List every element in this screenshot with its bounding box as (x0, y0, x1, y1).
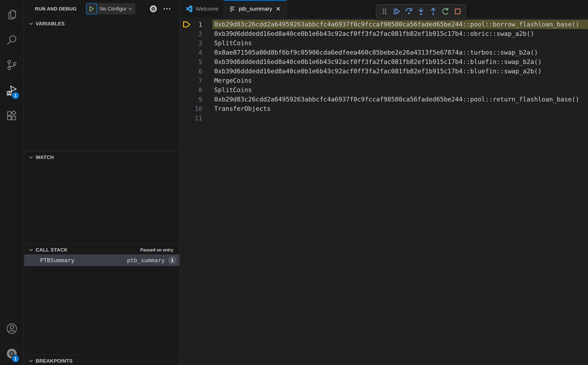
play-icon (89, 6, 94, 12)
code-line-text[interactable]: SplitCoins (212, 38, 588, 48)
breakpoints-section-label: BREAKPOINTS (36, 358, 73, 364)
step-into-icon (417, 7, 425, 16)
step-out-button[interactable] (428, 6, 439, 17)
close-icon (276, 7, 280, 11)
configuration-label: No Configur (100, 6, 127, 12)
account-icon (6, 323, 17, 335)
editor-area: Welcome ptb_summary (180, 0, 588, 365)
line-number: 11 (193, 114, 202, 122)
ellipsis-icon (163, 5, 171, 13)
code-line[interactable]: 10TransferObjects (180, 104, 588, 113)
code-line[interactable]: 10xb29d83c26cdd2a64959263abbcfc4a6937f0c… (180, 20, 588, 29)
code-line-text[interactable] (212, 113, 588, 123)
debug-count-badge: 1 (11, 91, 20, 100)
launch-control: No Configur (86, 3, 135, 14)
line-number: 5 (193, 58, 202, 66)
restart-button[interactable] (440, 6, 451, 17)
toolbar-drag-handle[interactable] (379, 6, 390, 17)
code-line[interactable]: 50xb39d6dddedd16ed8a40ce0b1e6b43c92acf0f… (180, 57, 588, 67)
sidebar-item-search[interactable] (0, 32, 23, 49)
breakpoints-section-header[interactable]: BREAKPOINTS (24, 355, 179, 365)
variables-section-label: VARIABLES (36, 21, 65, 27)
tab-label: ptb_summary (239, 6, 272, 12)
code-line[interactable]: 20xb39d6dddedd16ed8a40ce0b1e6b43c92acf0f… (180, 29, 588, 38)
code-line-text[interactable]: TransferObjects (212, 104, 588, 113)
tab-label: Welcome (196, 6, 219, 12)
stack-frame-badge: 1 (168, 256, 177, 265)
line-number: 4 (193, 49, 202, 56)
sidebar-item-explorer[interactable] (0, 6, 23, 24)
code-editor[interactable]: 10xb29d83c26cdd2a64959263abbcfc4a6937f0c… (180, 18, 588, 365)
call-stack-section-header[interactable]: CALL STACK Paused on entry (24, 244, 179, 256)
gripper-icon (380, 7, 389, 16)
search-icon (6, 34, 17, 47)
source-control-icon (6, 59, 17, 71)
code-line[interactable]: 40x8ae871505a80d8bf6bf9c05906cda6edfeea4… (180, 48, 588, 57)
debug-settings-gear-button[interactable] (149, 4, 158, 13)
watch-section-header[interactable]: WATCH (24, 151, 179, 163)
settings-button[interactable]: 1 (0, 345, 23, 363)
watch-section-label: WATCH (36, 154, 54, 160)
step-into-button[interactable] (416, 6, 426, 17)
variables-section-header[interactable]: VARIABLES (24, 18, 179, 30)
step-over-icon (405, 7, 413, 16)
line-number: 6 (193, 68, 202, 75)
line-number: 3 (193, 40, 202, 47)
code-line-text[interactable]: 0xb29d83c26cdd2a64959263abbcfc4a6937f0c9… (212, 20, 588, 29)
code-line-text[interactable]: MergeCoins (212, 76, 588, 85)
start-debugging-button[interactable] (86, 3, 97, 14)
tab-ptb-summary[interactable]: ptb_summary (224, 0, 287, 18)
debug-configuration-dropdown[interactable]: No Configur (97, 3, 135, 14)
call-stack-section-label: CALL STACK (36, 247, 68, 253)
paused-status-text: Paused on entry (140, 248, 173, 253)
debug-toolbar (376, 4, 466, 19)
line-number: 10 (193, 105, 202, 112)
code-line-text[interactable]: SplitCoins (212, 85, 588, 95)
chevron-down-icon (29, 248, 34, 252)
debug-current-line-arrow-icon (182, 21, 191, 28)
chevron-down-icon (29, 358, 34, 363)
line-number: 2 (193, 30, 202, 37)
sidebar-item-extensions[interactable] (0, 107, 23, 125)
sidebar-item-run-and-debug[interactable]: 1 (0, 82, 23, 100)
call-stack-frame-row[interactable]: PTBSummary ptb_summary 1 (24, 254, 179, 266)
tab-welcome[interactable]: Welcome (180, 0, 224, 18)
settings-count-badge: 1 (11, 355, 20, 363)
step-over-button[interactable] (404, 6, 414, 17)
chevron-down-icon (29, 21, 34, 26)
breakpoint-gutter[interactable] (180, 21, 193, 28)
step-out-icon (429, 7, 437, 16)
views-more-actions-button[interactable] (163, 4, 171, 13)
vscode-window: 1 1 RUN AND DEBUG No (0, 0, 588, 365)
run-and-debug-sidebar: RUN AND DEBUG No Configur VARIABLES WATC… (24, 0, 180, 365)
continue-button[interactable] (391, 6, 402, 17)
chevron-down-icon (29, 155, 34, 160)
stack-frame-name: PTBSummary (40, 257, 74, 264)
code-line-text[interactable]: 0xb39d6dddedd16ed8a40ce0b1e6b43c92acf0ff… (212, 57, 588, 67)
code-line-text[interactable]: 0xb29d83c26cdd2a64959263abbcfc4a6937f0c9… (212, 95, 588, 104)
code-line[interactable]: 8SplitCoins (180, 85, 588, 95)
code-line-text[interactable]: 0x8ae871505a80d8bf6bf9c05906cda6edfeea46… (212, 48, 588, 57)
gear-icon (149, 5, 157, 13)
sidebar-item-source-control[interactable] (0, 56, 23, 74)
code-line[interactable]: 11 (180, 113, 588, 123)
account-button[interactable] (0, 320, 23, 338)
extensions-icon (6, 110, 17, 122)
stop-icon (453, 7, 462, 16)
code-line[interactable]: 90xb29d83c26cdd2a64959263abbcfc4a6937f0c… (180, 95, 588, 104)
continue-icon (392, 7, 401, 16)
code-line[interactable]: 60xb39d6dddedd16ed8a40ce0b1e6b43c92acf0f… (180, 67, 588, 76)
code-line-text[interactable]: 0xb39d6dddedd16ed8a40ce0b1e6b43c92acf0ff… (212, 29, 588, 38)
files-icon (6, 9, 17, 21)
stop-button[interactable] (452, 6, 463, 17)
line-number: 9 (193, 96, 202, 103)
code-line[interactable]: 3SplitCoins (180, 38, 588, 48)
line-number: 8 (193, 86, 202, 94)
line-number: 7 (193, 77, 202, 84)
vscode-logo-icon (185, 5, 193, 13)
restart-icon (441, 7, 450, 16)
code-line-text[interactable]: 0xb39d6dddedd16ed8a40ce0b1e6b43c92acf0ff… (212, 67, 588, 76)
close-tab-button[interactable] (275, 6, 281, 12)
activity-bar: 1 1 (0, 0, 24, 365)
code-line[interactable]: 7MergeCoins (180, 76, 588, 85)
